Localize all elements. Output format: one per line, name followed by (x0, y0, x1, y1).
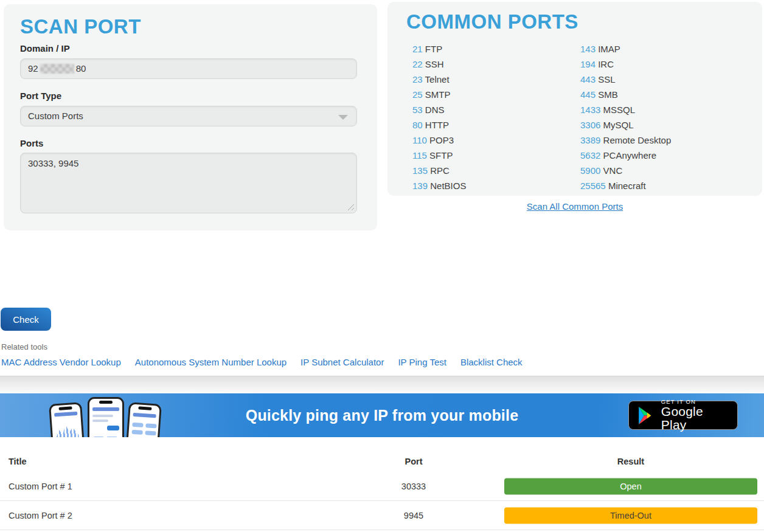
header-title: Title (9, 457, 27, 466)
port-number: 443 (580, 74, 596, 85)
port-name: MSSQL (603, 105, 636, 115)
header-port: Port (341, 457, 487, 466)
port-item: 22 SSH (412, 57, 466, 72)
port-number: 25565 (580, 181, 606, 191)
port-name: Remote Desktop (603, 135, 672, 145)
domain-ip-input[interactable]: 9280 (20, 58, 357, 79)
chevron-down-icon (338, 115, 348, 120)
port-scanner-page: SCAN PORT Domain / IP 9280 Port Type Cus… (0, 0, 764, 532)
port-item: 143 IMAP (580, 41, 671, 57)
row-port: 30333 (341, 482, 487, 491)
domain-ip-masked-segment (40, 64, 74, 74)
port-item: 194 IRC (580, 57, 671, 72)
port-item: 1433 MSSQL (580, 102, 671, 117)
port-number: 80 (412, 120, 423, 130)
port-item: 135 RPC (412, 163, 466, 178)
port-number: 22 (412, 59, 423, 69)
port-number: 135 (412, 165, 428, 176)
port-number: 5900 (580, 165, 600, 176)
ports-textarea[interactable]: 30333, 9945 (21, 153, 356, 213)
header-result: Result (504, 457, 757, 466)
port-item: 3306 MySQL (580, 117, 671, 133)
port-number: 23 (412, 74, 423, 85)
domain-ip-label: Domain / IP (20, 43, 70, 54)
port-number: 139 (412, 181, 428, 191)
port-name: PCAnywhere (603, 150, 657, 161)
port-item: 53 DNS (412, 102, 466, 117)
phone-screen-header (92, 407, 119, 411)
link-blacklist-check[interactable]: Blacklist Check (460, 357, 523, 367)
promo-banner: Quickly ping any IP from your mobile GET… (0, 393, 764, 437)
port-name: Minecraft (608, 181, 646, 191)
port-name: MySQL (603, 120, 634, 130)
row-port: 9945 (341, 511, 487, 520)
port-item: 25565 Minecraft (580, 178, 671, 193)
status-badge-open[interactable]: Open (504, 478, 757, 494)
port-number: 5632 (580, 150, 600, 161)
ports-textarea-wrap: 30333, 9945 (20, 153, 357, 213)
port-number: 445 (580, 89, 596, 100)
port-name: FTP (425, 44, 442, 54)
port-name: SMTP (425, 89, 451, 100)
google-play-badge-text: GET IT ON Google Play (661, 399, 729, 432)
port-name: POP3 (429, 135, 454, 145)
port-item: 443 SSL (580, 72, 671, 87)
related-tools-label: Related tools (1, 342, 47, 351)
port-item: 139 NetBIOS (412, 178, 466, 193)
port-number: 3389 (580, 135, 600, 145)
port-item: 23 Telnet (412, 72, 466, 87)
common-ports-column-left: 21 FTP 22 SSH 23 Telnet 25 SMTP 53 DNS 8… (412, 41, 466, 193)
google-play-icon (637, 406, 655, 426)
badge-google-play-text: Google Play (661, 405, 729, 432)
port-name: RPC (430, 165, 450, 176)
port-name: VNC (603, 165, 623, 176)
port-item: 115 SFTP (412, 148, 466, 163)
phone-notch (99, 401, 113, 404)
results-table: Title Port Result Custom Port # 1 30333 … (0, 451, 764, 530)
link-mac-address-vendor-lookup[interactable]: MAC Address Vendor Lookup (1, 357, 121, 367)
port-name: Telnet (425, 74, 450, 85)
scan-port-panel: SCAN PORT Domain / IP 9280 Port Type Cus… (4, 4, 377, 230)
port-item: 5900 VNC (580, 163, 671, 178)
port-number: 110 (412, 135, 427, 145)
google-play-badge[interactable]: GET IT ON Google Play (628, 401, 738, 430)
port-number: 21 (412, 44, 423, 54)
port-type-select[interactable]: Custom Ports (20, 106, 357, 126)
link-ip-ping-test[interactable]: IP Ping Test (398, 357, 446, 367)
common-ports-column-right: 143 IMAP 194 IRC 443 SSL 445 SMB 1433 MS… (580, 41, 671, 193)
common-ports-title: COMMON PORTS (406, 10, 578, 33)
domain-ip-value-suffix: 80 (76, 63, 86, 74)
check-button[interactable]: Check (1, 308, 51, 331)
port-item: 3389 Remote Desktop (580, 133, 671, 148)
port-name: HTTP (425, 120, 449, 130)
port-number: 1433 (580, 105, 600, 115)
ports-label: Ports (20, 138, 43, 148)
status-badge-timed-out[interactable]: Timed-Out (504, 507, 757, 523)
port-item: 21 FTP (412, 41, 466, 57)
scan-all-common-ports-link[interactable]: Scan All Common Ports (387, 201, 762, 212)
link-autonomous-system-number-lookup[interactable]: Autonomous System Number Lookup (135, 357, 286, 367)
row-title: Custom Port # 1 (9, 482, 72, 491)
common-ports-panel: COMMON PORTS 21 FTP 22 SSH 23 Telnet 25 … (387, 2, 762, 196)
port-name: SSL (598, 74, 615, 85)
row-title: Custom Port # 2 (9, 511, 72, 520)
link-ip-subnet-calculator[interactable]: IP Subnet Calculator (300, 357, 384, 367)
port-name: IMAP (598, 44, 620, 54)
port-number: 53 (412, 105, 423, 115)
table-row: Custom Port # 2 9945 Timed-Out (0, 501, 764, 530)
domain-ip-value-prefix: 92 (28, 63, 38, 74)
related-tools-links: MAC Address Vendor Lookup Autonomous Sys… (1, 357, 523, 367)
scan-port-title: SCAN PORT (20, 15, 141, 38)
port-type-label: Port Type (20, 91, 61, 101)
port-number: 25 (412, 89, 423, 100)
port-number: 143 (580, 44, 596, 54)
port-item: 445 SMB (580, 87, 671, 102)
port-item: 80 HTTP (412, 117, 466, 133)
port-name: IRC (598, 59, 614, 69)
results-table-header: Title Port Result (0, 451, 764, 472)
table-row: Custom Port # 1 30333 Open (0, 472, 764, 501)
port-name: DNS (425, 105, 445, 115)
port-name: NetBIOS (430, 181, 466, 191)
port-item: 25 SMTP (412, 87, 466, 102)
port-number: 115 (412, 150, 427, 161)
